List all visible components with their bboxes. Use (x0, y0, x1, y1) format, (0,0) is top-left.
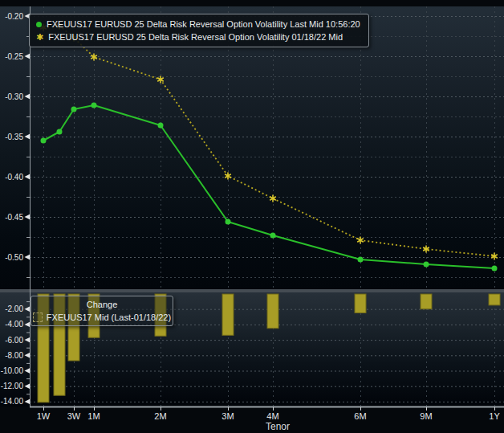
lower-y-tick-labels: -2.00-4.00-6.00-8.00-10.00-12.00-14.00 (1, 304, 30, 406)
svg-text:-2.00: -2.00 (5, 304, 23, 313)
axes (30, 6, 504, 407)
svg-text:-0.50: -0.50 (5, 253, 23, 262)
yellow-asterisk-icon: ✱ (36, 33, 43, 41)
lower-legend: Change FXEUUS17 Mid (Last-01/18/22) (30, 296, 173, 326)
yellow-series-prior-mid (40, 22, 498, 260)
svg-text:-0.35: -0.35 (5, 133, 23, 141)
legend-label-change: FXEUUS17 Mid (Last-01/18/22) (47, 311, 171, 324)
svg-text:-0.40: -0.40 (5, 173, 23, 182)
svg-text:1M: 1M (87, 411, 100, 421)
svg-text:3W: 3W (67, 411, 81, 421)
upper-y-tick-labels: -0.20-0.25-0.30-0.35-0.40-0.45-0.50 (5, 12, 30, 262)
bar-swatch-icon (33, 312, 43, 322)
svg-text:-0.30: -0.30 (5, 92, 23, 101)
change-bar-6M (355, 294, 366, 313)
legend-label-last-mid: FXEUUS17 EURUSD 25 Delta Risk Reversal O… (47, 18, 360, 31)
upper-gridlines (30, 17, 504, 278)
svg-text:-0.45: -0.45 (5, 213, 23, 222)
chart-canvas[interactable]: -0.20-0.25-0.30-0.35-0.40-0.45-0.50-2.00… (0, 0, 504, 433)
lower-legend-title: Change (34, 298, 170, 311)
legend-item-change[interactable]: FXEUUS17 Mid (Last-01/18/22) (34, 311, 170, 324)
svg-text:-8.00: -8.00 (5, 351, 23, 360)
svg-text:-4.00: -4.00 (5, 320, 23, 329)
x-axis-title: Tenor (246, 421, 310, 432)
vertical-gridlines (44, 6, 495, 406)
change-bar-4M (267, 294, 278, 329)
green-series-last-mid (41, 103, 498, 272)
legend-label-prior-mid: FXEUUS17 EURUSD 25 Delta Risk Reversal O… (48, 31, 343, 43)
svg-text:1Y: 1Y (489, 411, 500, 421)
legend-item-last-mid[interactable]: FXEUUS17 EURUSD 25 Delta Risk Reversal O… (36, 18, 360, 31)
svg-text:3M: 3M (222, 411, 234, 421)
change-bar-1Y (489, 294, 500, 305)
x-tick-labels: 1W3W1M2M3M4M6M9M1Y (37, 407, 501, 421)
legend-item-prior-mid[interactable]: ✱ FXEUUS17 EURUSD 25 Delta Risk Reversal… (36, 31, 360, 43)
svg-text:1W: 1W (37, 411, 51, 421)
svg-text:2M: 2M (154, 411, 166, 421)
change-bar-9M (421, 294, 432, 309)
svg-text:-0.25: -0.25 (5, 52, 23, 61)
svg-text:-10.00: -10.00 (1, 366, 24, 375)
green-dot-icon (36, 22, 42, 27)
svg-text:6M: 6M (354, 411, 366, 421)
svg-text:-12.00: -12.00 (1, 382, 24, 390)
svg-text:-0.20: -0.20 (5, 12, 23, 21)
svg-text:-14.00: -14.00 (1, 397, 24, 406)
svg-text:4M: 4M (266, 411, 278, 421)
change-bar-3M (222, 294, 234, 335)
bloomberg-chart-window: -0.20-0.25-0.30-0.35-0.40-0.45-0.50-2.00… (0, 0, 504, 433)
svg-text:9M: 9M (420, 411, 432, 421)
upper-legend: FXEUUS17 EURUSD 25 Delta Risk Reversal O… (29, 14, 369, 47)
svg-text:-6.00: -6.00 (5, 336, 23, 345)
